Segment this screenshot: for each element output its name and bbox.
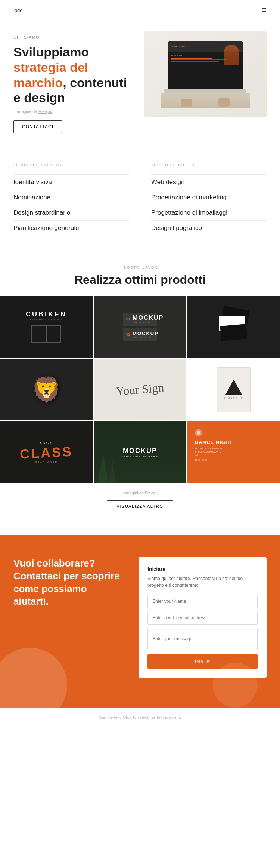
portfolio-footer: Immagini da Freepik VISUALIZZA ALTRO [0,483,280,520]
submit-button[interactable]: INVIA [147,654,258,669]
hero-right: Welcome! READ MORE [144,31,267,117]
hero-title: Sviluppiamo strategia del marchio, conte… [13,45,136,105]
lion-icon: 🦁 [31,375,62,404]
dance-dots [195,459,233,461]
footer: Sample text. Click to select the Text El… [0,708,280,727]
mockup-outdoor-sub: YOUR DESIGN HERE [122,455,158,458]
class-text: CLASS [19,445,73,461]
dance-content: DANCE NIGHT REG AGOSTO QUANTO LEFT BY RE… [192,426,236,464]
portfolio-freepik-link[interactable]: Freepik [145,491,159,495]
view-more-button[interactable]: VISUALIZZA ALTRO [107,500,174,512]
capabilities-col1: LE NOSTRE CAPACITÀ Identità visiva Nomin… [13,163,129,236]
hero-title-line1: Sviluppiamo [13,45,89,59]
contact-button[interactable]: CONTATTACI [13,120,62,133]
project-type-item: Web design [151,174,267,190]
project-type-item: Progettazione di marketing [151,190,267,205]
dance-sub-text: REG AGOSTO QUANTO LEFT BY REG AGOSTO QUA… [195,447,225,457]
hero-image: Welcome! READ MORE [144,31,267,117]
name-input[interactable] [147,595,258,608]
capability-item: Nominazione [13,190,129,205]
mockup-outdoor-text: MOCKUP [123,447,157,455]
header: logo ≡ [0,0,280,20]
cta-title: Vuoi collaborare? Contattaci per scoprir… [13,557,124,608]
contact-form: Iniziare Siamo qui per aiutare. Racconta… [139,557,267,678]
capability-item: Design straordinario [13,205,129,220]
triangle-icon [225,380,242,395]
portfolio-header: I NOSTRI LAVORI Realizza ottimi prodotti [0,266,280,287]
cap-col2-label: TIPO DI PROGETTO [151,163,267,167]
portfolio-grid: CUBIKEN KITCHEN DESIGN 01 MOCKUP OUR SEL… [0,296,280,483]
cta-section: Vuoi collaborare? Contattaci per scoprir… [0,535,280,708]
hero-section: CHI SIAMO Sviluppiamo strategia del marc… [0,20,280,148]
portfolio-section: I NOSTRI LAVORI Realizza ottimi prodotti… [0,251,280,535]
form-title: Iniziare [147,566,258,572]
cta-left: Vuoi collaborare? Contattaci per scoprir… [13,557,124,678]
outdoor-overlay: MOCKUP YOUR DESIGN HERE [94,421,186,483]
portfolio-item-mockup-cards[interactable]: 01 MOCKUP OUR SELECTION 02 MOCKUP STAFF … [94,296,186,358]
laptop-screen: Welcome! READ MORE [168,41,243,89]
hero-label: CHI SIAMO [13,35,136,39]
portfolio-item-signature[interactable]: Your Sign [94,359,186,420]
logo: logo [13,7,23,13]
capabilities-col2: TIPO DI PROGETTO Web design Progettazion… [151,163,267,236]
hero-left: CHI SIAMO Sviluppiamo strategia del marc… [13,31,136,133]
portfolio-item-cubiken[interactable]: CUBIKEN KITCHEN DESIGN [0,296,93,358]
footer-text: Sample text. Click to select the Text El… [13,715,267,720]
project-type-item: Progettazione di imballaggi [151,205,267,220]
message-input[interactable] [147,628,258,650]
bag-container: 7 MARQUE [217,367,251,412]
business-cards [219,308,249,346]
capability-item: Pianificazione generale [13,220,129,236]
portfolio-item-lion[interactable]: 🦁 [0,359,93,420]
form-description: Siamo qui per aiutare. Raccontaci un po'… [147,575,258,589]
hero-image-credit: Immagine da Freepik [13,109,136,114]
capabilities-section: LE NOSTRE CAPACITÀ Identità visiva Nomin… [0,148,280,251]
portfolio-item-outdoor-mockup[interactable]: MOCKUP YOUR DESIGN HERE [94,421,186,483]
portfolio-label: I NOSTRI LAVORI [13,266,267,269]
freepik-link[interactable]: Freepik [38,109,52,114]
portfolio-item-biz-cards[interactable] [187,296,280,358]
portfolio-item-yoga[interactable]: YOGA CLASS READ MORE [0,421,93,483]
cubiken-logo: CUBIKEN KITCHEN DESIGN [26,310,67,343]
portfolio-item-triangle-bag[interactable]: 7 MARQUE [187,359,280,420]
project-type-item: Design tipografico [151,220,267,236]
portfolio-item-dance-night[interactable]: DANCE NIGHT REG AGOSTO QUANTO LEFT BY RE… [187,421,280,483]
cap-col1-label: LE NOSTRE CAPACITÀ [13,163,129,167]
capability-item: Identità visiva [13,174,129,190]
yoga-content: YOGA CLASS READ MORE [20,441,73,464]
dance-title-text: DANCE NIGHT [195,439,233,445]
portfolio-title: Realizza ottimi prodotti [13,273,267,287]
laptop-base [164,89,246,93]
mockup-stack: 01 MOCKUP OUR SELECTION 02 MOCKUP STAFF … [123,313,157,341]
portfolio-credit: Immagini da Freepik [13,491,267,495]
signature-text: Your Sign [115,381,165,399]
email-input[interactable] [147,611,258,625]
menu-icon[interactable]: ≡ [262,5,267,15]
